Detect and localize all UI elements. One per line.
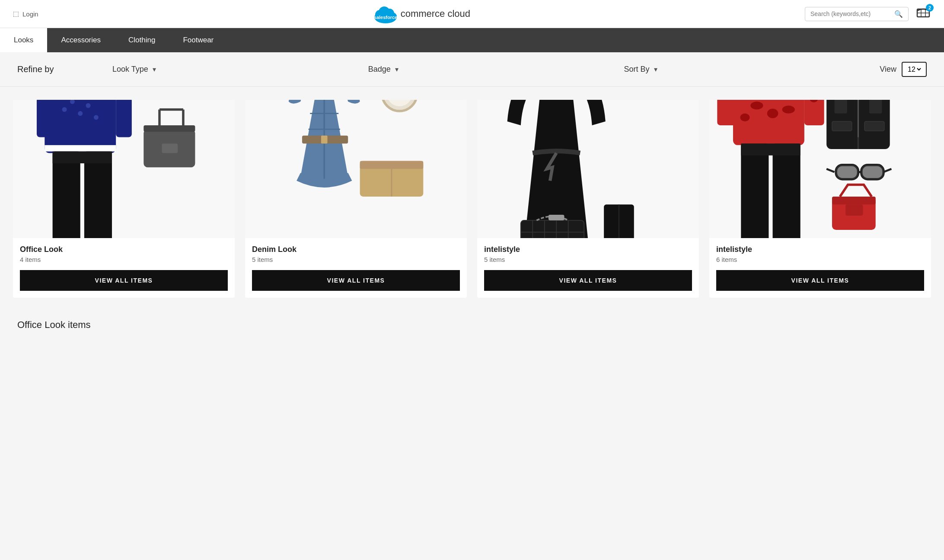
nav-accessories-label: Accessories — [61, 36, 101, 45]
nav-footwear-label: Footwear — [183, 36, 214, 45]
svg-rect-11 — [45, 100, 116, 153]
product-image-intelistyle-2 — [709, 100, 931, 238]
outfit-svg-intelistyle-2 — [709, 100, 931, 238]
product-items-denim-look: 5 items — [252, 256, 460, 263]
svg-rect-77 — [834, 100, 847, 114]
svg-rect-49 — [521, 220, 584, 238]
badge-dropdown[interactable]: Badge ▾ — [368, 65, 624, 74]
product-items-intelistyle-1: 5 items — [484, 256, 692, 263]
view-select[interactable]: 12 24 36 — [902, 62, 927, 77]
svg-rect-44 — [360, 161, 424, 169]
login-label: Login — [22, 10, 38, 18]
svg-rect-36 — [321, 136, 328, 143]
nav-item-footwear[interactable]: Footwear — [169, 28, 227, 52]
sort-by-dropdown[interactable]: Sort By ▾ — [624, 65, 880, 74]
svg-point-19 — [86, 103, 91, 108]
sort-by-label: Sort By — [624, 65, 650, 74]
cart-badge: 2 — [926, 4, 934, 12]
svg-rect-23 — [53, 152, 112, 163]
salesforce-cloud-icon: salesforce — [373, 4, 398, 23]
svg-rect-14 — [45, 145, 116, 152]
product-image-intelistyle-1 — [477, 100, 699, 238]
view-select-input[interactable]: 12 24 36 — [906, 65, 922, 73]
svg-rect-92 — [845, 204, 863, 216]
brand-logo[interactable]: salesforce commerce cloud — [373, 4, 470, 23]
product-card-intelistyle-2: intelistyle 6 items VIEW ALL ITEMS — [709, 100, 931, 298]
svg-rect-78 — [869, 100, 882, 114]
nav-item-accessories[interactable]: Accessories — [47, 28, 115, 52]
outfit-svg-denim-look — [245, 100, 467, 238]
product-name-intelistyle-1: intelistyle — [484, 245, 692, 254]
product-items-intelistyle-2: 6 items — [716, 256, 924, 263]
product-info-office-look: Office Look 4 items VIEW ALL ITEMS — [13, 238, 235, 298]
sort-by-chevron-icon: ▾ — [654, 65, 657, 73]
badge-label: Badge — [368, 65, 391, 74]
svg-point-16 — [62, 107, 67, 112]
view-all-button-intelistyle-2[interactable]: VIEW ALL ITEMS — [716, 270, 924, 291]
product-info-denim-look: Denim Look 5 items VIEW ALL ITEMS — [245, 238, 467, 298]
svg-rect-88 — [836, 165, 858, 179]
product-name-denim-look: Denim Look — [252, 245, 460, 254]
search-icon[interactable]: 🔍 — [894, 10, 903, 18]
svg-point-65 — [750, 102, 763, 109]
svg-rect-69 — [717, 100, 737, 125]
svg-rect-22 — [84, 152, 112, 238]
outfit-svg-office-look — [13, 100, 235, 238]
svg-rect-73 — [741, 143, 769, 238]
svg-rect-70 — [804, 100, 824, 125]
login-icon: ⬚ — [13, 10, 19, 18]
look-type-label: Look Type — [112, 65, 148, 74]
product-card-office-look: Office Look 4 items VIEW ALL ITEMS — [13, 100, 235, 298]
outfit-svg-intelistyle-1 — [477, 100, 699, 238]
refine-label: Refine by — [17, 64, 112, 74]
search-bar[interactable]: 🔍 — [805, 7, 909, 21]
svg-rect-91 — [832, 197, 876, 204]
view-all-button-office-look[interactable]: VIEW ALL ITEMS — [20, 270, 228, 291]
product-card-intelistyle-1: intelistyle 5 items VIEW ALL ITEMS — [477, 100, 699, 298]
svg-line-87 — [883, 169, 891, 172]
product-name-intelistyle-2: intelistyle — [716, 245, 924, 254]
cart-button[interactable]: 2 — [915, 6, 931, 21]
badge-chevron-icon: ▾ — [395, 65, 399, 73]
product-card-denim-look: Denim Look 5 items VIEW ALL ITEMS — [245, 100, 467, 298]
nav-item-looks[interactable]: Looks — [0, 28, 47, 52]
products-section: Office Look 4 items VIEW ALL ITEMS — [0, 87, 944, 311]
svg-rect-81 — [832, 121, 852, 131]
login-link[interactable]: ⬚ Login — [13, 10, 38, 18]
nav-clothing-label: Clothing — [128, 36, 155, 45]
svg-rect-21 — [53, 152, 80, 238]
svg-rect-29 — [162, 143, 178, 153]
main-nav: Looks Accessories Clothing Footwear — [0, 28, 944, 52]
svg-rect-74 — [773, 143, 800, 238]
svg-rect-13 — [116, 100, 132, 137]
svg-line-86 — [826, 169, 834, 172]
office-look-items-label: Office Look items — [17, 319, 91, 330]
bottom-section-label: Office Look items — [0, 311, 944, 339]
svg-rect-25 — [144, 125, 195, 132]
product-image-office-look — [13, 100, 235, 238]
product-name-office-look: Office Look — [20, 245, 228, 254]
product-items-office-look: 4 items — [20, 256, 228, 263]
svg-point-20 — [94, 115, 99, 120]
svg-text:salesforce: salesforce — [373, 15, 397, 20]
search-input[interactable] — [810, 10, 891, 17]
svg-rect-12 — [37, 100, 53, 137]
look-type-dropdown[interactable]: Look Type ▾ — [112, 65, 368, 74]
nav-looks-label: Looks — [14, 36, 33, 45]
svg-rect-89 — [861, 165, 883, 179]
product-image-denim-look — [245, 100, 467, 238]
site-header: ⬚ Login salesforce commerce cloud — [0, 0, 944, 28]
svg-rect-61 — [733, 100, 804, 145]
view-section: View 12 24 36 — [880, 62, 927, 77]
view-label: View — [880, 65, 896, 74]
commerce-cloud-text: commerce cloud — [401, 8, 470, 19]
look-type-chevron-icon: ▾ — [153, 65, 156, 73]
products-grid: Office Look 4 items VIEW ALL ITEMS — [13, 100, 931, 298]
view-all-button-denim-look[interactable]: VIEW ALL ITEMS — [252, 270, 460, 291]
product-info-intelistyle-1: intelistyle 5 items VIEW ALL ITEMS — [477, 238, 699, 298]
header-right: 🔍 2 — [805, 6, 931, 21]
svg-point-68 — [782, 105, 795, 113]
nav-item-clothing[interactable]: Clothing — [115, 28, 169, 52]
view-all-button-intelistyle-1[interactable]: VIEW ALL ITEMS — [484, 270, 692, 291]
svg-point-66 — [767, 109, 778, 118]
